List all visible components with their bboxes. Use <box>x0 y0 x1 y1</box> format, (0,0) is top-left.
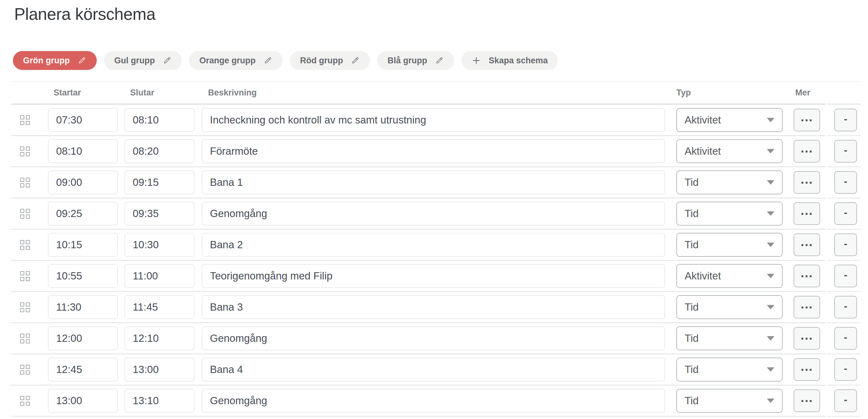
remove-row-button[interactable]: - <box>834 389 857 412</box>
more-button[interactable]: ... <box>794 296 820 319</box>
start-time-input[interactable] <box>48 202 118 226</box>
remove-row-button[interactable]: - <box>834 296 857 319</box>
type-select[interactable]: Tid <box>676 358 783 382</box>
page-title: Planera körschema <box>14 5 868 23</box>
end-time-input[interactable] <box>124 295 194 319</box>
create-schedule-label: Skapa schema <box>489 56 548 66</box>
type-select[interactable]: Tid <box>676 295 783 319</box>
schedule-table: Startar Slutar Beskrivning Typ Mer Aktiv… <box>11 81 861 417</box>
caret-down-icon <box>767 367 774 372</box>
description-input[interactable] <box>202 295 665 319</box>
drag-handle-icon[interactable] <box>20 209 30 219</box>
more-button[interactable]: ... <box>794 202 820 225</box>
drag-handle-icon[interactable] <box>20 240 30 250</box>
type-select-value: Tid <box>685 176 699 188</box>
more-button[interactable]: ... <box>794 265 820 287</box>
description-input[interactable] <box>202 108 665 132</box>
start-time-input[interactable] <box>48 326 118 350</box>
description-input[interactable] <box>202 233 665 257</box>
start-time-input[interactable] <box>48 295 118 319</box>
group-tab-label: Blå grupp <box>388 56 427 66</box>
header-start: Startar <box>48 88 118 98</box>
type-select-value: Tid <box>685 239 699 251</box>
end-time-input[interactable] <box>124 233 194 257</box>
remove-row-button[interactable]: - <box>834 171 857 194</box>
description-input[interactable] <box>202 264 665 288</box>
remove-row-button[interactable]: - <box>834 202 857 225</box>
drag-handle-icon[interactable] <box>20 396 30 406</box>
end-time-input[interactable] <box>124 139 194 163</box>
remove-row-button[interactable]: - <box>834 358 857 381</box>
remove-row-button[interactable]: - <box>834 327 857 350</box>
table-row: Aktivitet ... - <box>11 261 861 292</box>
start-time-input[interactable] <box>48 139 118 163</box>
planera-korschema-page: Planera körschema Grön grupp Gul grupp O… <box>0 0 868 419</box>
remove-row-button[interactable]: - <box>834 233 857 256</box>
drag-handle-icon[interactable] <box>20 271 30 281</box>
type-select[interactable]: Tid <box>676 170 783 194</box>
pencil-icon <box>350 56 360 65</box>
header-type: Typ <box>676 88 783 98</box>
type-select[interactable]: Aktivitet <box>676 108 783 132</box>
remove-row-button[interactable]: - <box>834 140 857 163</box>
end-time-input[interactable] <box>124 202 194 226</box>
create-schedule-button[interactable]: Skapa schema <box>461 51 558 70</box>
type-select[interactable]: Tid <box>676 326 783 350</box>
end-time-input[interactable] <box>124 358 194 382</box>
drag-handle-icon[interactable] <box>20 334 30 344</box>
start-time-input[interactable] <box>48 389 118 413</box>
drag-handle-icon[interactable] <box>20 115 30 125</box>
description-input[interactable] <box>202 389 665 413</box>
end-time-input[interactable] <box>124 170 194 194</box>
more-button[interactable]: ... <box>794 327 820 350</box>
group-tab[interactable]: Röd grupp <box>290 51 370 70</box>
pencil-icon <box>162 56 172 65</box>
more-button[interactable]: ... <box>794 171 820 194</box>
more-button[interactable]: ... <box>794 389 820 412</box>
description-input[interactable] <box>202 202 665 226</box>
group-tab-label: Orange grupp <box>199 56 256 66</box>
description-input[interactable] <box>202 326 665 350</box>
table-row: Tid ... - <box>11 167 861 198</box>
drag-handle-icon[interactable] <box>20 302 30 312</box>
table-row: Tid ... - <box>11 323 861 354</box>
description-input[interactable] <box>202 170 665 194</box>
type-select[interactable]: Aktivitet <box>676 139 783 163</box>
type-select[interactable]: Tid <box>676 202 783 226</box>
more-button[interactable]: ... <box>794 358 820 381</box>
end-time-input[interactable] <box>124 326 194 350</box>
start-time-input[interactable] <box>48 170 118 194</box>
group-tab[interactable]: Orange grupp <box>189 51 283 70</box>
drag-handle-icon[interactable] <box>20 147 30 156</box>
group-tabs: Grön grupp Gul grupp Orange grupp Röd gr… <box>13 51 868 70</box>
type-select[interactable]: Tid <box>676 233 783 257</box>
type-select[interactable]: Tid <box>676 389 783 413</box>
more-button[interactable]: ... <box>794 233 820 256</box>
group-tab[interactable]: Gul grupp <box>104 51 182 70</box>
end-time-input[interactable] <box>124 389 194 413</box>
group-tab[interactable]: Grön grupp <box>13 51 97 70</box>
more-button[interactable]: ... <box>794 140 820 163</box>
caret-down-icon <box>767 180 774 185</box>
remove-row-button[interactable]: - <box>834 109 857 131</box>
caret-down-icon <box>767 149 774 154</box>
start-time-input[interactable] <box>48 233 118 257</box>
type-select-value: Tid <box>685 395 699 407</box>
plus-icon <box>471 56 481 65</box>
end-time-input[interactable] <box>124 108 194 132</box>
start-time-input[interactable] <box>48 108 118 132</box>
more-button[interactable]: ... <box>794 109 820 131</box>
drag-handle-icon[interactable] <box>20 365 30 375</box>
group-tab-label: Grön grupp <box>23 56 70 66</box>
caret-down-icon <box>767 118 774 122</box>
end-time-input[interactable] <box>124 264 194 288</box>
start-time-input[interactable] <box>48 264 118 288</box>
drag-handle-icon[interactable] <box>20 178 30 188</box>
description-input[interactable] <box>202 139 665 163</box>
type-select[interactable]: Aktivitet <box>676 264 783 288</box>
header-more: Mer <box>794 88 820 98</box>
group-tab[interactable]: Blå grupp <box>377 51 454 70</box>
remove-row-button[interactable]: - <box>834 265 857 287</box>
start-time-input[interactable] <box>48 358 118 382</box>
description-input[interactable] <box>202 358 665 382</box>
